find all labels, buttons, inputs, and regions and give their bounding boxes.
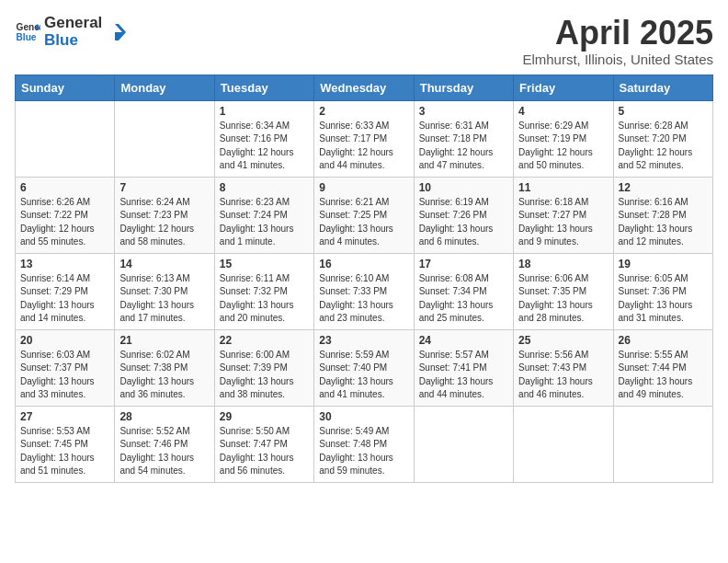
day-number: 25	[518, 334, 608, 347]
day-number: 11	[518, 181, 608, 194]
day-detail: Sunrise: 6:28 AMSunset: 7:20 PMDaylight:…	[619, 120, 708, 173]
logo-blue-text: Blue	[44, 32, 102, 50]
calendar-week-row: 27Sunrise: 5:53 AMSunset: 7:45 PMDayligh…	[16, 406, 713, 482]
logo-arrow-icon	[106, 22, 126, 42]
calendar-day-cell: 9Sunrise: 6:21 AMSunset: 7:25 PMDaylight…	[314, 177, 414, 253]
day-number: 1	[220, 105, 309, 118]
calendar-day-cell: 15Sunrise: 6:11 AMSunset: 7:32 PMDayligh…	[214, 253, 313, 329]
day-detail: Sunrise: 5:50 AMSunset: 7:47 PMDaylight:…	[220, 425, 309, 478]
day-number: 7	[119, 181, 209, 194]
day-number: 3	[419, 105, 508, 118]
day-number: 30	[319, 410, 408, 423]
calendar-week-row: 1Sunrise: 6:34 AMSunset: 7:16 PMDaylight…	[16, 100, 713, 177]
day-detail: Sunrise: 6:02 AMSunset: 7:38 PMDaylight:…	[119, 349, 209, 402]
logo: General Blue General Blue	[15, 15, 126, 49]
day-number: 2	[319, 105, 408, 118]
logo-general-text: General	[44, 15, 102, 32]
day-detail: Sunrise: 5:56 AMSunset: 7:43 PMDaylight:…	[518, 349, 608, 402]
calendar-day-cell: 10Sunrise: 6:19 AMSunset: 7:26 PMDayligh…	[414, 177, 513, 253]
calendar-day-cell: 20Sunrise: 6:03 AMSunset: 7:37 PMDayligh…	[16, 329, 115, 406]
day-detail: Sunrise: 5:53 AMSunset: 7:45 PMDaylight:…	[20, 425, 109, 478]
day-detail: Sunrise: 6:13 AMSunset: 7:30 PMDaylight:…	[119, 272, 209, 326]
calendar-day-cell: 25Sunrise: 5:56 AMSunset: 7:43 PMDayligh…	[514, 329, 613, 406]
calendar-day-cell: 17Sunrise: 6:08 AMSunset: 7:34 PMDayligh…	[414, 253, 513, 329]
day-number: 29	[220, 410, 309, 423]
calendar-day-cell: 3Sunrise: 6:31 AMSunset: 7:18 PMDaylight…	[414, 100, 513, 177]
page-subtitle: Elmhurst, Illinois, United States	[522, 52, 713, 67]
day-detail: Sunrise: 6:24 AMSunset: 7:23 PMDaylight:…	[119, 196, 209, 249]
calendar-day-cell: 29Sunrise: 5:50 AMSunset: 7:47 PMDayligh…	[214, 406, 313, 482]
day-number: 10	[419, 181, 508, 194]
calendar-weekday-header: Monday	[115, 75, 214, 100]
day-detail: Sunrise: 6:10 AMSunset: 7:33 PMDaylight:…	[319, 272, 408, 326]
calendar-table: SundayMondayTuesdayWednesdayThursdayFrid…	[15, 75, 713, 483]
day-detail: Sunrise: 6:08 AMSunset: 7:34 PMDaylight:…	[419, 272, 508, 326]
calendar-day-cell: 6Sunrise: 6:26 AMSunset: 7:22 PMDaylight…	[16, 177, 115, 253]
day-number: 13	[20, 258, 109, 270]
day-number: 21	[119, 334, 209, 347]
calendar-header-row: SundayMondayTuesdayWednesdayThursdayFrid…	[16, 75, 713, 100]
day-number: 27	[20, 410, 109, 423]
day-detail: Sunrise: 5:49 AMSunset: 7:48 PMDaylight:…	[319, 425, 408, 478]
calendar-day-cell: 22Sunrise: 6:00 AMSunset: 7:39 PMDayligh…	[214, 329, 313, 406]
calendar-weekday-header: Sunday	[16, 75, 115, 100]
day-detail: Sunrise: 6:16 AMSunset: 7:28 PMDaylight:…	[619, 196, 708, 249]
calendar-day-cell: 5Sunrise: 6:28 AMSunset: 7:20 PMDaylight…	[613, 100, 712, 177]
day-number: 14	[119, 258, 209, 270]
logo-icon: General Blue	[15, 19, 40, 45]
calendar-day-cell: 14Sunrise: 6:13 AMSunset: 7:30 PMDayligh…	[115, 253, 214, 329]
day-detail: Sunrise: 6:33 AMSunset: 7:17 PMDaylight:…	[319, 120, 408, 173]
calendar-day-cell: 7Sunrise: 6:24 AMSunset: 7:23 PMDaylight…	[115, 177, 214, 253]
page-title: April 2025	[522, 15, 713, 52]
day-number: 6	[20, 181, 109, 194]
day-detail: Sunrise: 6:31 AMSunset: 7:18 PMDaylight:…	[419, 120, 508, 173]
calendar-weekday-header: Friday	[514, 75, 613, 100]
day-number: 26	[619, 334, 708, 347]
day-detail: Sunrise: 6:23 AMSunset: 7:24 PMDaylight:…	[220, 196, 309, 249]
day-detail: Sunrise: 6:00 AMSunset: 7:39 PMDaylight:…	[220, 349, 309, 402]
calendar-day-cell: 26Sunrise: 5:55 AMSunset: 7:44 PMDayligh…	[613, 329, 712, 406]
day-number: 17	[419, 258, 508, 270]
day-number: 4	[518, 105, 608, 118]
day-number: 22	[220, 334, 309, 347]
calendar-day-cell: 8Sunrise: 6:23 AMSunset: 7:24 PMDaylight…	[214, 177, 313, 253]
day-detail: Sunrise: 5:59 AMSunset: 7:40 PMDaylight:…	[319, 349, 408, 402]
calendar-day-cell: 23Sunrise: 5:59 AMSunset: 7:40 PMDayligh…	[314, 329, 414, 406]
day-number: 9	[319, 181, 408, 194]
day-number: 15	[220, 258, 309, 270]
day-number: 8	[220, 181, 309, 194]
day-detail: Sunrise: 6:18 AMSunset: 7:27 PMDaylight:…	[518, 196, 608, 249]
day-number: 28	[119, 410, 209, 423]
calendar-weekday-header: Wednesday	[314, 75, 414, 100]
page-header: General Blue General Blue April 2025 Elm…	[15, 15, 713, 67]
day-detail: Sunrise: 6:26 AMSunset: 7:22 PMDaylight:…	[20, 196, 109, 249]
day-detail: Sunrise: 6:29 AMSunset: 7:19 PMDaylight:…	[518, 120, 608, 173]
day-number: 5	[619, 105, 708, 118]
day-detail: Sunrise: 5:52 AMSunset: 7:46 PMDaylight:…	[119, 425, 209, 478]
day-detail: Sunrise: 6:34 AMSunset: 7:16 PMDaylight:…	[220, 120, 309, 173]
day-detail: Sunrise: 6:14 AMSunset: 7:29 PMDaylight:…	[20, 272, 109, 326]
calendar-day-cell: 16Sunrise: 6:10 AMSunset: 7:33 PMDayligh…	[314, 253, 414, 329]
day-number: 20	[20, 334, 109, 347]
calendar-day-cell: 11Sunrise: 6:18 AMSunset: 7:27 PMDayligh…	[514, 177, 613, 253]
calendar-day-cell: 21Sunrise: 6:02 AMSunset: 7:38 PMDayligh…	[115, 329, 214, 406]
calendar-day-cell: 30Sunrise: 5:49 AMSunset: 7:48 PMDayligh…	[314, 406, 414, 482]
day-number: 12	[619, 181, 708, 194]
title-block: April 2025 Elmhurst, Illinois, United St…	[522, 15, 713, 67]
day-detail: Sunrise: 5:57 AMSunset: 7:41 PMDaylight:…	[419, 349, 508, 402]
calendar-day-cell: 13Sunrise: 6:14 AMSunset: 7:29 PMDayligh…	[16, 253, 115, 329]
day-number: 18	[518, 258, 608, 270]
day-detail: Sunrise: 6:19 AMSunset: 7:26 PMDaylight:…	[419, 196, 508, 249]
calendar-weekday-header: Saturday	[613, 75, 712, 100]
day-number: 24	[419, 334, 508, 347]
day-detail: Sunrise: 6:21 AMSunset: 7:25 PMDaylight:…	[319, 196, 408, 249]
day-number: 19	[619, 258, 708, 270]
calendar-day-cell: 19Sunrise: 6:05 AMSunset: 7:36 PMDayligh…	[613, 253, 712, 329]
calendar-week-row: 6Sunrise: 6:26 AMSunset: 7:22 PMDaylight…	[16, 177, 713, 253]
calendar-day-cell: 4Sunrise: 6:29 AMSunset: 7:19 PMDaylight…	[514, 100, 613, 177]
calendar-day-cell: 28Sunrise: 5:52 AMSunset: 7:46 PMDayligh…	[115, 406, 214, 482]
calendar-day-cell: 24Sunrise: 5:57 AMSunset: 7:41 PMDayligh…	[414, 329, 513, 406]
day-detail: Sunrise: 6:03 AMSunset: 7:37 PMDaylight:…	[20, 349, 109, 402]
calendar-week-row: 13Sunrise: 6:14 AMSunset: 7:29 PMDayligh…	[16, 253, 713, 329]
calendar-day-cell	[613, 406, 712, 482]
